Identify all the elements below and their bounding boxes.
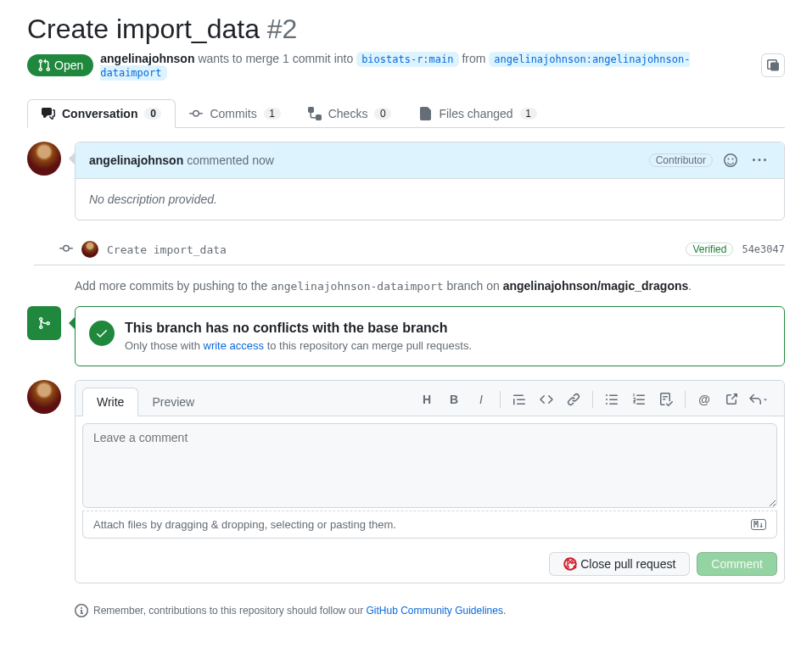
- avatar[interactable]: [81, 241, 98, 258]
- pr-author[interactable]: angelinajohnson: [100, 52, 194, 65]
- merge-status: This branch has no conflicts with the ba…: [75, 306, 785, 366]
- bold-icon[interactable]: B: [442, 389, 466, 410]
- reply-icon[interactable]: [747, 389, 770, 410]
- commit-icon: [59, 242, 73, 258]
- markdown-icon[interactable]: M↓: [751, 519, 766, 530]
- comment-body: No description provided.: [76, 179, 784, 220]
- mention-icon[interactable]: @: [692, 389, 716, 410]
- commit-message[interactable]: Create import_data: [107, 243, 677, 256]
- check-icon: [89, 321, 115, 346]
- comment-button[interactable]: Comment: [697, 552, 777, 576]
- write-access-link[interactable]: write access: [204, 339, 265, 352]
- comment-box: angelinajohnson commented now Contributo…: [75, 142, 785, 220]
- role-badge: Contributor: [649, 153, 713, 167]
- avatar[interactable]: [27, 142, 61, 176]
- close-pr-button[interactable]: Close pull request: [549, 552, 690, 576]
- attach-area[interactable]: Attach files by dragging & dropping, sel…: [82, 511, 777, 539]
- tab-checks[interactable]: Checks 0: [294, 99, 406, 127]
- tab-files[interactable]: Files changed 1: [405, 99, 550, 127]
- svg-point-2: [572, 561, 574, 562]
- commit-row: Create import_data Verified 54e3047: [34, 234, 785, 265]
- tab-conversation[interactable]: Conversation 0: [27, 99, 176, 128]
- pr-tabs: Conversation 0 Commits 1 Checks 0 Files …: [27, 99, 785, 128]
- task-icon[interactable]: [654, 389, 678, 410]
- guidelines-link[interactable]: GitHub Community Guidelines: [367, 605, 503, 617]
- push-info: Add more commits by pushing to the angel…: [75, 265, 785, 306]
- comment-author[interactable]: angelinajohnson: [89, 153, 183, 167]
- tab-write[interactable]: Write: [82, 388, 138, 416]
- svg-point-1: [565, 559, 576, 570]
- tab-commits[interactable]: Commits 1: [176, 99, 294, 127]
- merge-icon: [27, 306, 61, 340]
- tab-preview[interactable]: Preview: [138, 388, 208, 416]
- base-branch[interactable]: biostats-r:main: [356, 52, 458, 67]
- footer-note: Remember, contributions to this reposito…: [75, 597, 785, 624]
- pr-meta: Open angelinajohnson wants to merge 1 co…: [27, 52, 785, 79]
- comment-editor: Write Preview H B I: [75, 380, 785, 583]
- react-icon[interactable]: [720, 149, 742, 171]
- quote-icon[interactable]: [507, 389, 531, 410]
- kebab-icon[interactable]: [748, 149, 770, 171]
- italic-icon[interactable]: I: [469, 389, 493, 410]
- heading-icon[interactable]: H: [415, 389, 439, 410]
- commit-sha[interactable]: 54e3047: [742, 243, 785, 255]
- crossref-icon[interactable]: [720, 389, 743, 410]
- avatar[interactable]: [27, 380, 61, 414]
- ol-icon[interactable]: [627, 389, 651, 410]
- pr-title: Create import_data #2: [27, 14, 785, 45]
- link-icon[interactable]: [562, 389, 585, 410]
- verified-badge[interactable]: Verified: [686, 243, 733, 256]
- comment-textarea[interactable]: [82, 423, 777, 508]
- ul-icon[interactable]: [600, 389, 624, 410]
- copy-button[interactable]: [761, 53, 785, 77]
- state-badge: Open: [27, 54, 93, 76]
- code-icon[interactable]: [535, 389, 558, 410]
